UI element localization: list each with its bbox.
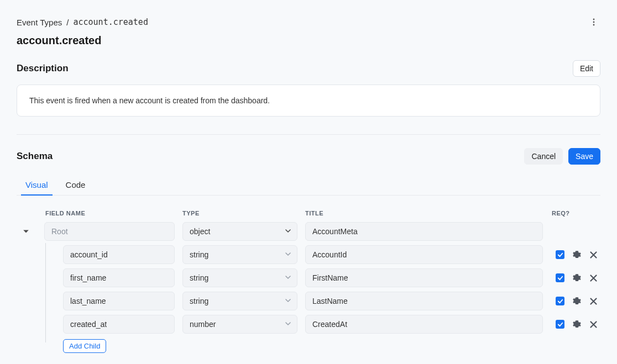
schema-field-row: last_name string LastName bbox=[17, 292, 600, 310]
required-checkbox[interactable] bbox=[556, 320, 564, 329]
field-remove-button[interactable] bbox=[587, 249, 599, 261]
breadcrumb: Event Types / account.created bbox=[17, 17, 148, 27]
field-type-select[interactable]: string bbox=[182, 245, 297, 264]
required-checkbox[interactable] bbox=[556, 250, 564, 259]
field-type-select[interactable]: string bbox=[182, 268, 297, 287]
field-name-input[interactable]: account_id bbox=[63, 245, 175, 264]
schema-root-row: Root object AccountMeta bbox=[17, 222, 600, 241]
tab-code[interactable]: Code bbox=[65, 175, 87, 195]
col-type: TYPE bbox=[182, 210, 305, 217]
edit-description-button[interactable]: Edit bbox=[573, 60, 600, 77]
breadcrumb-current: account.created bbox=[73, 17, 148, 27]
chevron-down-icon bbox=[285, 251, 291, 257]
close-icon bbox=[589, 320, 598, 329]
chevron-down-icon bbox=[285, 228, 291, 234]
col-title: TITLE bbox=[305, 210, 552, 217]
svg-point-2 bbox=[593, 24, 595, 26]
field-settings-button[interactable] bbox=[571, 295, 583, 307]
check-icon bbox=[557, 252, 563, 258]
breadcrumb-root[interactable]: Event Types bbox=[17, 18, 62, 27]
page-title: account.created bbox=[17, 34, 600, 47]
field-type-value: string bbox=[190, 273, 208, 282]
field-title-input[interactable]: LastName bbox=[305, 292, 543, 310]
gear-icon bbox=[573, 297, 581, 305]
check-icon bbox=[557, 321, 563, 328]
breadcrumb-sep: / bbox=[66, 18, 69, 27]
gear-icon bbox=[573, 251, 581, 259]
divider bbox=[17, 134, 600, 135]
col-req: REQ? bbox=[552, 210, 599, 217]
cancel-button[interactable]: Cancel bbox=[524, 148, 563, 165]
field-type-select[interactable]: number bbox=[182, 315, 297, 334]
description-heading: Description bbox=[17, 63, 69, 74]
root-title-input[interactable]: AccountMeta bbox=[305, 222, 543, 241]
schema-field-row: first_name string FirstName bbox=[17, 268, 600, 287]
field-type-value: number bbox=[190, 320, 216, 329]
svg-point-0 bbox=[593, 19, 595, 20]
schema-field-row: created_at number CreatedAt bbox=[17, 315, 600, 334]
field-name-input[interactable]: last_name bbox=[63, 292, 175, 310]
kebab-icon bbox=[589, 18, 598, 27]
chevron-down-icon bbox=[285, 297, 291, 304]
field-settings-button[interactable] bbox=[571, 272, 583, 284]
gear-icon bbox=[573, 274, 581, 282]
save-button[interactable]: Save bbox=[568, 148, 600, 165]
check-icon bbox=[557, 298, 563, 304]
check-icon bbox=[557, 275, 563, 281]
field-title-input[interactable]: FirstName bbox=[305, 268, 543, 287]
schema-tabs: Visual Code bbox=[17, 175, 600, 196]
close-icon bbox=[589, 297, 598, 305]
field-type-value: string bbox=[190, 297, 208, 305]
chevron-down-icon bbox=[285, 320, 291, 327]
field-title-input[interactable]: AccountId bbox=[305, 245, 543, 264]
collapse-toggle[interactable] bbox=[17, 228, 35, 235]
col-field-name: FIELD NAME bbox=[35, 210, 182, 217]
field-name-input[interactable]: first_name bbox=[63, 268, 175, 287]
field-settings-button[interactable] bbox=[571, 318, 583, 330]
add-child-button[interactable]: Add Child bbox=[63, 339, 106, 353]
field-type-select[interactable]: string bbox=[182, 292, 297, 310]
field-settings-button[interactable] bbox=[571, 249, 583, 261]
close-icon bbox=[589, 251, 598, 259]
field-remove-button[interactable] bbox=[587, 295, 599, 307]
root-type-value: object bbox=[190, 227, 210, 236]
field-remove-button[interactable] bbox=[587, 318, 599, 330]
field-remove-button[interactable] bbox=[587, 272, 599, 284]
field-name-input[interactable]: created_at bbox=[63, 315, 175, 334]
root-type-select[interactable]: object bbox=[182, 222, 297, 241]
required-checkbox[interactable] bbox=[556, 297, 564, 305]
gear-icon bbox=[573, 320, 581, 329]
description-text: This event is fired when a new account i… bbox=[17, 85, 600, 117]
required-checkbox[interactable] bbox=[556, 273, 564, 282]
root-field-name: Root bbox=[44, 222, 175, 241]
schema-field-row: account_id string AccountId bbox=[17, 245, 600, 264]
field-type-value: string bbox=[190, 250, 208, 259]
chevron-down-icon bbox=[285, 274, 291, 281]
svg-point-1 bbox=[593, 22, 595, 23]
more-menu-button[interactable] bbox=[587, 15, 600, 29]
schema-heading: Schema bbox=[17, 151, 53, 162]
close-icon bbox=[589, 274, 598, 282]
caret-down-icon bbox=[23, 228, 29, 235]
field-title-input[interactable]: CreatedAt bbox=[305, 315, 543, 334]
tab-visual[interactable]: Visual bbox=[24, 175, 49, 195]
